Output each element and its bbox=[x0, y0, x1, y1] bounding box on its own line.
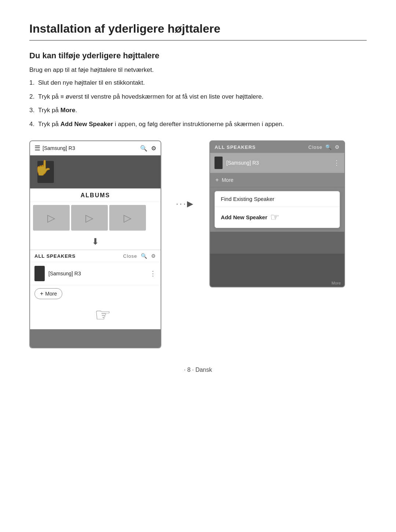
footer-text: · 8 · Dansk bbox=[184, 367, 212, 373]
search-icon-2: 🔍 bbox=[141, 253, 147, 259]
right-speaker-item: [Samsung] R3 ⋮ bbox=[210, 153, 344, 173]
right-phone-mock: ALL SPEAKERS Close 🔍 ⚙ [Samsung] R3 ⋮ + … bbox=[209, 140, 345, 287]
more-dots-icon: ⋮ bbox=[150, 269, 156, 278]
plus-icon: + bbox=[40, 290, 43, 297]
albums-label: ALBUMS bbox=[30, 188, 161, 202]
right-settings-icon: ⚙ bbox=[335, 144, 340, 150]
diagram-area: ☰ [Samsung] R3 🔍 ⚙ 👆 ALBUMS ▷ ▷ ▷ ⬇ bbox=[29, 140, 367, 348]
speakers-header-right: Close 🔍 ⚙ bbox=[123, 253, 156, 259]
search-icon: 🔍 bbox=[140, 145, 147, 152]
right-speaker-name: [Samsung] R3 bbox=[226, 160, 330, 166]
more-button-row: + More bbox=[30, 285, 161, 302]
find-existing-label: Find Existing Speaker bbox=[221, 196, 274, 202]
more-button[interactable]: + More bbox=[34, 288, 62, 299]
page-footer: · 8 · Dansk bbox=[29, 367, 367, 373]
speakers-panel-header: ALL SPEAKERS Close 🔍 ⚙ bbox=[30, 250, 161, 262]
album-thumb-1: ▷ bbox=[33, 205, 70, 231]
popup-card: Find Existing Speaker Add New Speaker ☞ bbox=[214, 191, 340, 228]
right-header-right: Close 🔍 ⚙ bbox=[308, 144, 340, 150]
right-more-dots-icon: ⋮ bbox=[333, 159, 340, 167]
right-dark-area bbox=[210, 232, 344, 254]
close-label: Close bbox=[123, 253, 137, 259]
arrow-down-container: ⬇ bbox=[30, 234, 161, 250]
speaker-name: [Samsung] R3 bbox=[48, 271, 146, 276]
find-existing-item[interactable]: Find Existing Speaker bbox=[215, 191, 340, 207]
right-search-icon: 🔍 bbox=[325, 144, 332, 150]
right-close-label: Close bbox=[308, 144, 322, 150]
right-plus-icon: + bbox=[215, 177, 219, 183]
right-arrow-icon: ···▶ bbox=[176, 199, 195, 209]
album-thumb-2: ▷ bbox=[71, 205, 108, 231]
left-phone-hero: 👆 bbox=[30, 155, 161, 188]
hand-tap-icon: ☞ bbox=[30, 302, 161, 329]
step-4: 4. Tryk på Add New Speaker i appen, og f… bbox=[29, 120, 367, 129]
right-all-speakers-label: ALL SPEAKERS bbox=[214, 144, 256, 150]
right-more-row: + More bbox=[210, 173, 344, 187]
step-1: 1. Slut den nye højttaler til en stikkon… bbox=[29, 78, 367, 88]
left-phone-title: [Samsung] R3 bbox=[43, 145, 75, 151]
left-phone-header: ☰ [Samsung] R3 🔍 ⚙ bbox=[30, 141, 161, 155]
intro-text: Brug en app til at føje højttalere til n… bbox=[29, 66, 367, 74]
left-phone-header-left: ☰ [Samsung] R3 bbox=[34, 144, 75, 152]
add-new-speaker-label: Add New Speaker bbox=[221, 214, 267, 220]
right-darker-area bbox=[210, 254, 344, 279]
left-phone-dark-bottom bbox=[30, 329, 161, 348]
right-more-label: More bbox=[222, 177, 234, 183]
right-speakers-header: ALL SPEAKERS Close 🔍 ⚙ bbox=[210, 141, 344, 153]
steps-list: 1. Slut den nye højttaler til en stikkon… bbox=[29, 78, 367, 129]
add-new-speaker-item[interactable]: Add New Speaker ☞ bbox=[215, 207, 340, 228]
album-thumbs-row: ▷ ▷ ▷ bbox=[30, 202, 161, 234]
settings-icon-2: ⚙ bbox=[151, 253, 156, 259]
right-mock-body: ALL SPEAKERS Close 🔍 ⚙ [Samsung] R3 ⋮ + … bbox=[209, 140, 345, 287]
settings-icon: ⚙ bbox=[151, 145, 156, 152]
album-thumb-3: ▷ bbox=[109, 205, 146, 231]
all-speakers-panel: ALL SPEAKERS Close 🔍 ⚙ [Samsung] R3 ⋮ + … bbox=[30, 250, 161, 329]
hamburger-icon: ☰ bbox=[34, 144, 40, 152]
right-bottom-more-label: More bbox=[210, 279, 344, 287]
speaker-list-item: [Samsung] R3 ⋮ bbox=[30, 262, 161, 285]
page-subtitle: Du kan tilføje yderligere højttalere bbox=[29, 51, 367, 60]
all-speakers-label: ALL SPEAKERS bbox=[34, 253, 76, 259]
step-3: 3. Tryk på More. bbox=[29, 106, 367, 115]
step-2: 2. Tryk på ≡ øverst til venstre på hoved… bbox=[29, 92, 367, 102]
left-phone-header-icons: 🔍 ⚙ bbox=[140, 145, 156, 152]
left-phone-mock: ☰ [Samsung] R3 🔍 ⚙ 👆 ALBUMS ▷ ▷ ▷ ⬇ bbox=[29, 140, 161, 348]
page-title: Installation af yderligere højttalere bbox=[29, 22, 367, 41]
speaker-device-icon bbox=[34, 266, 45, 281]
right-speaker-device-icon bbox=[214, 157, 223, 169]
hand-click-icon: ☞ bbox=[270, 211, 279, 223]
hand-pointing-icon: 👆 bbox=[34, 159, 52, 176]
arrow-right-container: ···▶ bbox=[176, 140, 195, 209]
more-button-label: More bbox=[45, 291, 57, 297]
down-arrow-icon: ⬇ bbox=[92, 236, 99, 247]
